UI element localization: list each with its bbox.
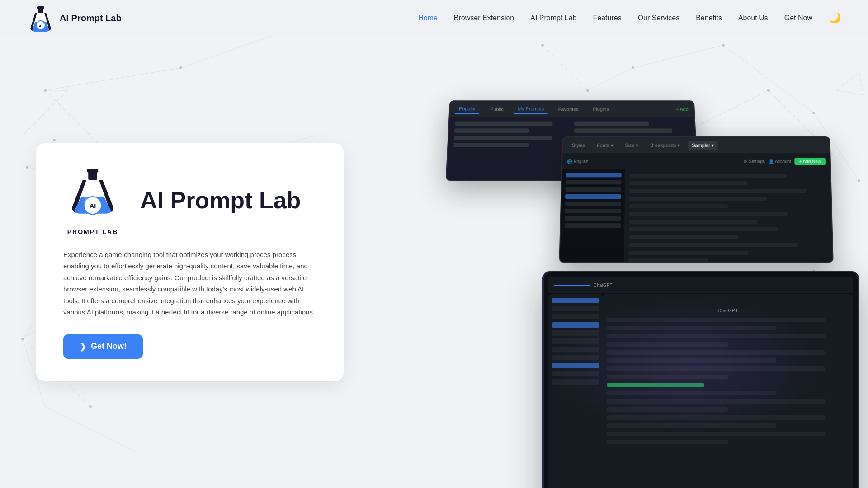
ext-row [453, 143, 529, 147]
hero-logo-label: PROMPT LAB [63, 228, 122, 235]
nav-link-features[interactable]: Features [593, 14, 622, 22]
editor-line [629, 189, 807, 193]
editor-line [629, 243, 798, 247]
editor-line [628, 258, 708, 263]
ext-tab-favorites: Favorites [555, 105, 582, 113]
main-content: AI PROMPT LAB AI Prompt Lab Experience a… [0, 36, 868, 488]
hero-logo: AI PROMPT LAB [63, 166, 122, 235]
brand-logo: AI [27, 5, 54, 32]
brand[interactable]: AI AI Prompt Lab [27, 5, 122, 32]
editor-line [629, 212, 788, 216]
tablet-list-item [607, 423, 776, 428]
ext-row [574, 122, 649, 126]
editor-tab-size: Size ▾ [621, 141, 642, 150]
editor-content [560, 169, 832, 262]
tablet-screen: ChatGPT [544, 272, 858, 488]
sidebar-mock-item [552, 298, 599, 303]
nav-item-ai-prompt-lab[interactable]: AI Prompt Lab [530, 14, 576, 22]
svg-point-57 [37, 21, 39, 26]
nav-link-benefits[interactable]: Benefits [696, 14, 722, 22]
tablet-list-item [607, 415, 825, 420]
nav-item-our-services[interactable]: Our Services [638, 14, 679, 22]
editor-line [629, 181, 747, 185]
nav-link-our-services[interactable]: Our Services [638, 14, 679, 22]
ext-tab-public: Public [486, 105, 507, 113]
tablet-list-item [607, 440, 728, 444]
editor-side-item [565, 187, 621, 192]
editor-settings-label: ⚙ Settings [743, 159, 765, 164]
get-now-button[interactable]: ❯ Get Now! [63, 334, 143, 359]
nav-item-get-now[interactable]: Get Now [784, 14, 812, 22]
editor-side-item [566, 180, 622, 184]
editor-line [629, 197, 767, 201]
sidebar-mock-item [552, 379, 599, 385]
ext-tab-plugins: Plugins [589, 105, 613, 113]
editor-line [629, 235, 738, 239]
chevron-right-icon: ❯ [80, 342, 86, 352]
sidebar-mock-item [552, 347, 599, 352]
ext-tab-popular: Popular [455, 104, 480, 114]
tablet-list-item [607, 407, 728, 412]
tablet-body: ChatGPT [548, 294, 853, 488]
editor-add-new-btn[interactable]: + Add New [795, 157, 826, 165]
editor-line [629, 227, 778, 231]
nav-link-get-now[interactable]: Get Now [784, 14, 812, 22]
editor-side-item [565, 216, 621, 221]
ext-row [574, 128, 672, 133]
svg-text:AI: AI [90, 202, 96, 210]
card-top: AI PROMPT LAB AI Prompt Lab [63, 166, 316, 235]
editor-tab-fonts: Fonts ▾ [593, 141, 617, 150]
editor-sidebar [560, 169, 625, 262]
tablet-mockup: ChatGPT [542, 271, 859, 488]
nav-item-benefits[interactable]: Benefits [696, 14, 722, 22]
nav-item-browser-extension[interactable]: Browser Extension [454, 14, 514, 22]
sidebar-mock-item [552, 306, 599, 311]
editor-line [628, 251, 748, 255]
sidebar-mock-item [552, 314, 599, 319]
tablet-list-item [607, 358, 776, 363]
editor-toolbar: 🌐 English ⚙ Settings 👤 Account + Add New [562, 153, 830, 169]
nav-link-home[interactable]: Home [418, 14, 438, 22]
tablet-header: ChatGPT [548, 277, 853, 293]
tablet-list-item [607, 432, 825, 436]
nav-menu: Home Browser Extension AI Prompt Lab Fea… [418, 12, 841, 24]
nav-item-about-us[interactable]: About Us [738, 14, 768, 22]
nav-item-home[interactable]: Home [418, 14, 438, 22]
editor-lang-label: 🌐 English [567, 159, 588, 164]
ext-row [574, 136, 649, 140]
editor-tab-styles: Styles [568, 141, 589, 150]
editor-line [629, 204, 728, 208]
hero-card: AI PROMPT LAB AI Prompt Lab Experience a… [36, 143, 344, 381]
editor-tab-sampler: Sampler ▾ [688, 141, 717, 150]
tablet-list-item [607, 342, 728, 347]
svg-point-62 [84, 197, 89, 207]
editor-side-item [566, 173, 622, 177]
editor-side-item [564, 223, 621, 228]
editor-tab-breakpoints: Breakpoints ▾ [646, 141, 684, 150]
hero-title: AI Prompt Lab [140, 188, 301, 213]
device-glow [552, 298, 823, 434]
editor-panel-header: Styles Fonts ▾ Size ▾ Breakpoints ▾ Samp… [563, 137, 830, 153]
editor-line [629, 220, 758, 224]
nav-item-features[interactable]: Features [593, 14, 622, 22]
ext-row [454, 136, 552, 140]
ext-row [454, 128, 529, 133]
extension-panel-content [448, 117, 696, 155]
ext-col-1 [453, 122, 570, 150]
sidebar-mock-item [552, 363, 599, 368]
dark-mode-icon[interactable]: 🌙 [829, 12, 841, 23]
tablet-list-item [607, 334, 825, 338]
nav-link-browser-extension[interactable]: Browser Extension [454, 14, 514, 22]
hero-description: Experience a game-changing tool that opt… [63, 249, 316, 318]
tablet-sidebar [548, 294, 603, 488]
dark-mode-toggle-item[interactable]: 🌙 [829, 12, 841, 24]
nav-link-ai-prompt-lab[interactable]: AI Prompt Lab [530, 14, 576, 22]
device-area: Popular Public My Prompts Favorites Plug… [371, 72, 868, 488]
navbar: AI AI Prompt Lab Home Browser Extension … [0, 0, 868, 36]
brand-name-text: AI Prompt Lab [60, 13, 122, 23]
svg-text:AI: AI [39, 24, 42, 28]
editor-side-item [565, 202, 621, 206]
nav-link-about-us[interactable]: About Us [738, 14, 768, 22]
sidebar-mock-item [552, 338, 599, 344]
ext-tab-my-prompts: My Prompts [514, 104, 547, 114]
